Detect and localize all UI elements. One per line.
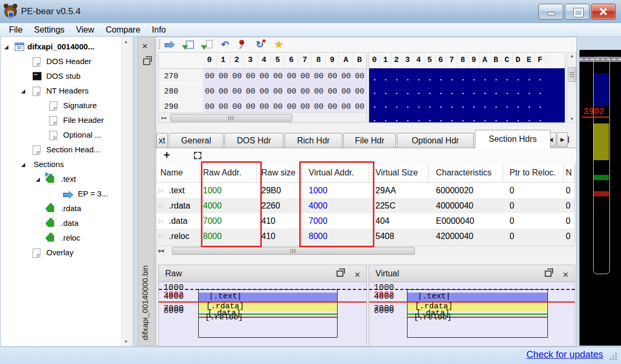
- hex-byte-cell[interactable]: 00: [298, 69, 312, 84]
- col-header-raw-size[interactable]: Raw size: [257, 163, 298, 182]
- jump-into-icon[interactable]: [181, 38, 195, 51]
- maximize-button[interactable]: [565, 4, 589, 19]
- tree-item-file-header[interactable]: File Header: [1, 113, 122, 128]
- row-expander-icon[interactable]: ▷: [159, 183, 163, 198]
- scroll-down-icon[interactable]: ▼: [122, 339, 130, 344]
- add-section-button[interactable]: +: [164, 149, 170, 161]
- tab-scroll-right-button[interactable]: ▶: [557, 132, 568, 147]
- hex-byte-cell[interactable]: 00: [203, 69, 217, 84]
- hex-byte-cell[interactable]: 00: [312, 69, 325, 84]
- ascii-byte-cell[interactable]: .: [513, 112, 524, 126]
- hex-byte-cell[interactable]: 00: [312, 84, 325, 99]
- hex-byte-cell[interactable]: 00: [271, 69, 285, 84]
- tree-expander-icon[interactable]: [21, 163, 25, 167]
- ascii-byte-cell[interactable]: .: [402, 71, 413, 85]
- tree-item-difxapi-0014000[interactable]: difxapi_0014000...: [1, 40, 122, 55]
- clipped-next-tab[interactable]: I: [567, 136, 569, 145]
- menu-item-view[interactable]: View: [70, 25, 100, 35]
- hex-byte-cell[interactable]: 00: [298, 84, 312, 99]
- ascii-byte-cell[interactable]: .: [535, 71, 546, 85]
- ascii-byte-cell[interactable]: .: [513, 85, 524, 99]
- tree-item-text[interactable]: .text: [1, 172, 122, 187]
- ascii-byte-cell[interactable]: .: [480, 99, 491, 112]
- fit-columns-icon[interactable]: [194, 152, 201, 159]
- ascii-byte-cell[interactable]: .: [391, 71, 402, 85]
- ascii-byte-cell[interactable]: .: [369, 112, 380, 126]
- ascii-byte-cell[interactable]: .: [402, 99, 413, 112]
- close-panel-icon[interactable]: ×: [563, 266, 568, 283]
- table-row-reloc[interactable]: ▷.reloc8000410800054084200004000: [156, 228, 575, 244]
- ascii-byte-cell[interactable]: .: [491, 71, 502, 85]
- ascii-byte-cell[interactable]: .: [446, 71, 457, 85]
- ascii-row[interactable]: ................: [369, 99, 565, 112]
- hex-byte-cell[interactable]: 00: [339, 84, 353, 99]
- ascii-byte-cell[interactable]: .: [380, 71, 391, 85]
- hex-byte-cell[interactable]: 00: [244, 69, 258, 84]
- ascii-byte-cell[interactable]: .: [402, 85, 413, 99]
- scrollbar-thumb[interactable]: [568, 67, 576, 82]
- hex-byte-cell[interactable]: 00: [217, 84, 230, 99]
- hex-byte-cell[interactable]: 00: [339, 69, 353, 84]
- ascii-byte-cell[interactable]: .: [469, 99, 480, 112]
- ascii-row[interactable]: ................: [369, 71, 565, 85]
- ascii-byte-cell[interactable]: .: [413, 99, 424, 112]
- undo-icon[interactable]: ↶: [218, 38, 232, 51]
- hex-byte-cell[interactable]: 00: [258, 69, 271, 84]
- ascii-byte-cell[interactable]: .: [524, 112, 535, 126]
- row-expander-icon[interactable]: ▷: [159, 228, 163, 244]
- ascii-byte-cell[interactable]: .: [535, 85, 546, 99]
- resize-grip[interactable]: [609, 353, 617, 360]
- ascii-byte-cell[interactable]: .: [480, 112, 491, 126]
- tree-item-ep-3[interactable]: EP = 3...: [1, 187, 122, 202]
- ascii-byte-cell[interactable]: .: [435, 112, 446, 126]
- row-expander-icon[interactable]: ▷: [159, 213, 163, 228]
- pin-icon[interactable]: [235, 38, 249, 51]
- table-row-data[interactable]: ▷.data70004107000404E000004000: [156, 213, 575, 228]
- hex-byte-cell[interactable]: 00: [353, 69, 367, 84]
- tab-section-hdrs[interactable]: Section Hdrs: [475, 130, 551, 148]
- ascii-byte-cell[interactable]: .: [502, 99, 513, 112]
- menu-item-file[interactable]: File: [3, 25, 28, 35]
- ascii-byte-cell[interactable]: .: [391, 112, 402, 126]
- check-updates-link[interactable]: Check for updates: [526, 349, 603, 360]
- ascii-byte-cell[interactable]: .: [413, 71, 424, 85]
- ascii-byte-cell[interactable]: .: [435, 85, 446, 99]
- scroll-down-icon[interactable]: ▼: [568, 117, 576, 121]
- tree-item-overlay[interactable]: Overlay: [1, 246, 122, 261]
- tree-item-signature[interactable]: Signature: [1, 99, 122, 113]
- ascii-byte-cell[interactable]: .: [457, 112, 469, 126]
- file-layout-visualization[interactable]: 3902: [579, 50, 621, 346]
- ascii-byte-cell[interactable]: .: [369, 85, 380, 99]
- minimize-button[interactable]: [538, 4, 563, 19]
- col-header-characteristics[interactable]: Characteristics: [429, 163, 503, 182]
- menu-item-settings[interactable]: Settings: [28, 25, 70, 35]
- ascii-byte-cell[interactable]: .: [513, 71, 524, 85]
- scrollbar-thumb[interactable]: [170, 114, 292, 122]
- ascii-byte-cell[interactable]: .: [369, 99, 380, 112]
- ascii-bytes-area[interactable]: ........................................…: [369, 68, 565, 122]
- table-row-text[interactable]: ▷.text100029B0100029AA6000002000: [156, 183, 575, 198]
- hex-byte-cell[interactable]: 00: [258, 84, 271, 99]
- reload-compare-icon[interactable]: ↻: [253, 38, 267, 51]
- scroll-right-icon[interactable]: ▶: [156, 248, 164, 253]
- hex-byte-cell[interactable]: 00: [230, 69, 244, 84]
- ascii-byte-cell[interactable]: .: [457, 71, 469, 85]
- ascii-byte-cell[interactable]: .: [491, 112, 502, 126]
- tab-dos-hdr[interactable]: DOS Hdr: [225, 133, 283, 148]
- tree-item-reloc[interactable]: .reloc: [1, 231, 122, 246]
- hex-byte-cell[interactable]: 00: [353, 84, 367, 99]
- ascii-byte-cell[interactable]: .: [402, 112, 413, 126]
- ascii-byte-cell[interactable]: .: [480, 71, 491, 85]
- col-header-name[interactable]: Name: [156, 163, 200, 182]
- hex-byte-cell[interactable]: 00: [284, 84, 298, 99]
- menu-item-compare[interactable]: Compare: [100, 25, 146, 35]
- ascii-byte-cell[interactable]: .: [413, 85, 424, 99]
- row-expander-icon[interactable]: ▷: [159, 198, 163, 213]
- hex-dump-panel[interactable]: 0123456789AB2700000000000000000000000002…: [158, 52, 367, 123]
- ascii-byte-cell[interactable]: .: [480, 85, 491, 99]
- table-row-rdata[interactable]: ▷.rdata400022604000225C4000004000: [156, 198, 575, 213]
- hex-row-270[interactable]: 270000000000000000000000000: [159, 69, 367, 84]
- ascii-byte-cell[interactable]: .: [446, 99, 457, 112]
- col-header-raw-addr[interactable]: Raw Addr.: [200, 163, 257, 182]
- tree-item-dos-stub[interactable]: DOS stub: [1, 69, 122, 84]
